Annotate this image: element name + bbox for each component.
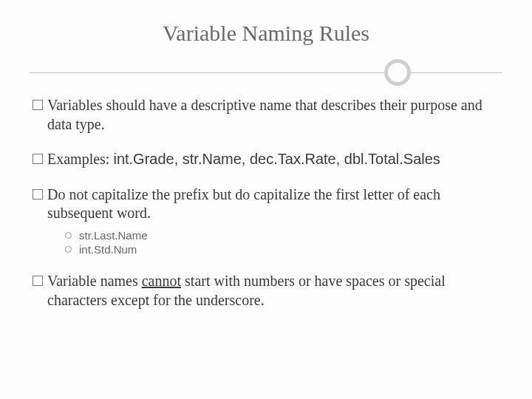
slide: Variable Naming Rules Variables should h…	[0, 0, 532, 399]
sub-item-2: int.Std.Num	[65, 243, 499, 256]
bullet-4-a: Variable names	[47, 273, 142, 289]
title-divider	[30, 59, 502, 86]
bullet-3-text: Do not capitalize the prefix but do capi…	[47, 185, 499, 223]
sub-list: str.Last.Name int.Std.Num	[65, 229, 499, 256]
content-area: Variables should have a descriptive name…	[30, 96, 502, 310]
bullet-2-examples: int.Grade, str.Name, dec.Tax.Rate, dbl.T…	[113, 151, 440, 167]
sub-item-1-text: str.Last.Name	[79, 229, 148, 242]
circle-bullet-icon	[65, 232, 72, 239]
bullet-1: Variables should have a descriptive name…	[33, 96, 499, 134]
bullet-1-text: Variables should have a descriptive name…	[47, 96, 499, 134]
bullet-4-text: Variable names cannot start with numbers…	[47, 272, 499, 310]
divider-line	[30, 72, 502, 73]
square-bullet-icon	[33, 154, 43, 164]
sub-item-2-text: int.Std.Num	[79, 243, 137, 256]
bullet-2: Examples: int.Grade, str.Name, dec.Tax.R…	[33, 150, 499, 169]
bullet-4-cannot: cannot	[142, 273, 181, 289]
square-bullet-icon	[33, 276, 43, 286]
square-bullet-icon	[33, 189, 43, 200]
sub-item-1: str.Last.Name	[65, 229, 499, 242]
bullet-4: Variable names cannot start with numbers…	[33, 272, 499, 310]
bullet-2-text: Examples: int.Grade, str.Name, dec.Tax.R…	[47, 150, 440, 169]
ring-icon	[384, 59, 411, 86]
slide-title: Variable Naming Rules	[30, 21, 502, 46]
bullet-3: Do not capitalize the prefix but do capi…	[33, 185, 499, 223]
bullet-2-prefix: Examples:	[47, 151, 113, 167]
square-bullet-icon	[33, 100, 43, 110]
circle-bullet-icon	[65, 246, 72, 253]
